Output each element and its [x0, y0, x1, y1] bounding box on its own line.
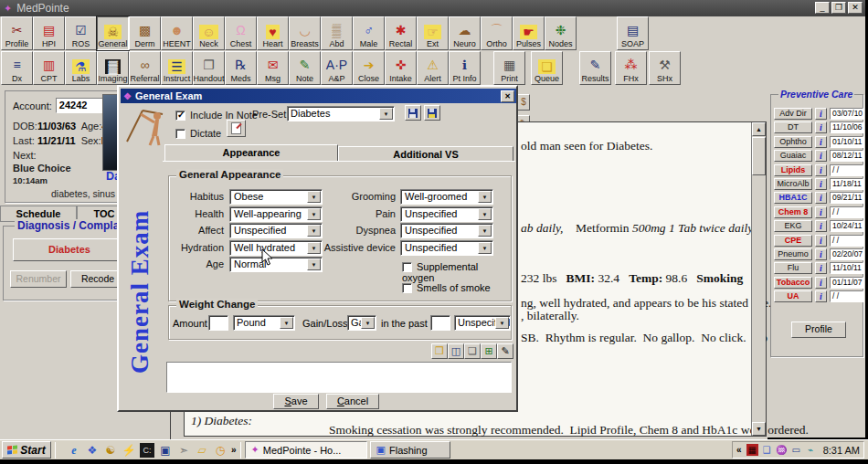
amount-input[interactable] — [208, 315, 228, 331]
tab-appearance[interactable]: Appearance — [164, 144, 338, 162]
open-button[interactable]: ❒ — [431, 343, 448, 359]
guaiac-info-button[interactable]: i — [815, 150, 827, 162]
dropdown-arrow-icon[interactable] — [478, 208, 492, 220]
dropdown-arrow-icon[interactable] — [478, 242, 492, 254]
dropdown-arrow-icon[interactable] — [280, 317, 293, 329]
neuro-button[interactable]: ☁ Neuro — [449, 16, 481, 50]
dropdown-arrow-icon[interactable] — [495, 317, 509, 329]
male-button[interactable]: ♂ Male — [353, 16, 385, 50]
ekg-date-field[interactable]: 10/24/11 — [830, 220, 863, 232]
scroll-thumb[interactable] — [752, 137, 766, 175]
tray-collapse-chevron[interactable]: « — [736, 445, 742, 455]
dropdown-arrow-icon[interactable] — [307, 258, 321, 270]
cpe-date-field[interactable]: / / — [830, 235, 863, 247]
scroll-up-button[interactable] — [752, 122, 766, 136]
include-in-note-checkbox[interactable] — [175, 111, 185, 121]
cpt-button[interactable]: ▥ CPT — [33, 51, 65, 85]
flashing-task-button[interactable]: ▣ Flashing — [370, 441, 450, 459]
minimize-button[interactable] — [815, 2, 830, 14]
smells-of-smoke-checkbox-row[interactable]: Smells of smoke — [402, 282, 491, 293]
flu-date-field[interactable]: 11/10/11 — [830, 262, 863, 274]
lipids-info-button[interactable]: i — [815, 164, 827, 176]
meds-button[interactable]: ℞ Meds — [225, 51, 257, 85]
preset-dropdown[interactable]: Diabetes — [287, 106, 395, 121]
fox-icon[interactable]: ⚡ — [122, 443, 136, 458]
ie-icon[interactable]: e — [67, 443, 81, 458]
queue-button[interactable]: ❏ Queue — [531, 51, 563, 85]
ophtho-info-button[interactable]: i — [815, 136, 827, 148]
lipids-date-field[interactable]: / / — [830, 164, 863, 176]
microalb-date-field[interactable]: 11/18/11 — [830, 178, 863, 190]
imaging-button[interactable]: ▓ Imaging — [97, 51, 129, 85]
intake-button[interactable]: ✜ Intake — [385, 51, 417, 85]
new-button[interactable]: ❏ — [464, 343, 481, 359]
cpe-button[interactable]: CPE — [774, 235, 812, 247]
maximize-button[interactable] — [831, 2, 846, 14]
ortho-button[interactable]: ⌒ Ortho — [481, 16, 513, 50]
cancel-button[interactable]: Cancel — [326, 394, 379, 409]
derm-button[interactable]: ▩ Derm — [129, 16, 161, 50]
save-preset-button[interactable] — [405, 105, 421, 121]
dt-date-field[interactable]: 11/10/06 — [830, 121, 863, 133]
tobacco-button[interactable]: Tobacco — [774, 277, 812, 289]
period-dropdown[interactable]: Unspecified — [454, 315, 511, 331]
adv-dir-button[interactable]: Adv Dir — [774, 108, 812, 120]
explorer-icon[interactable]: ❖ — [85, 443, 100, 458]
quick-launch-overflow[interactable]: » — [231, 445, 237, 455]
tab-additional-vs[interactable]: Additional VS — [338, 146, 513, 162]
heart-button[interactable]: ♥ Heart — [257, 16, 289, 50]
microalb-info-button[interactable]: i — [815, 178, 827, 190]
pneumo-date-field[interactable]: 02/20/07 — [830, 248, 863, 260]
profile-button[interactable]: ✂ Profile — [1, 16, 33, 50]
ekg-button[interactable]: EKG — [774, 220, 812, 232]
assistive-device-dropdown[interactable]: Unspecified — [400, 240, 493, 256]
chest-button[interactable]: Ω Chest — [225, 16, 257, 50]
save-preset-as-button[interactable] — [424, 105, 440, 121]
ophtho-button[interactable]: Ophtho — [774, 136, 812, 148]
renumber-button[interactable]: Renumber — [10, 270, 67, 288]
doc-icon[interactable]: ▣ — [158, 443, 173, 458]
preventive-profile-button[interactable]: Profile — [791, 322, 846, 338]
supplemental-oxygen-checkbox-row[interactable]: Supplemental oxygen — [402, 261, 511, 283]
rectal-button[interactable]: ✱ Rectal — [385, 16, 417, 50]
cmd-icon[interactable]: C: — [140, 443, 154, 458]
pt-info-button[interactable]: ℹ Pt Info — [449, 51, 481, 85]
pulses-button[interactable]: ☛ Pulses — [513, 16, 545, 50]
age-dropdown[interactable]: Normal — [229, 257, 323, 272]
lipids-button[interactable]: Lipids — [774, 164, 812, 176]
dt-button[interactable]: DT — [774, 121, 812, 133]
breasts-button[interactable]: ◡ Breasts — [289, 16, 321, 50]
guaiac-date-field[interactable]: 08/12/11 — [830, 150, 863, 162]
start-button[interactable]: Start — [2, 441, 51, 459]
dialog-titlebar[interactable]: ❖ General Exam ✕ — [121, 89, 516, 103]
pen-button[interactable]: ✎ — [497, 343, 513, 359]
grooming-dropdown[interactable]: Well-groomed — [400, 189, 493, 205]
save-button[interactable]: ◫ — [448, 343, 464, 359]
soap-button[interactable]: ▤ SOAP — [617, 16, 649, 50]
ekg-info-button[interactable]: i — [815, 220, 827, 232]
chem-8-info-button[interactable]: i — [815, 206, 827, 218]
flu-info-button[interactable]: i — [815, 262, 827, 274]
results-button[interactable]: ✎ Results — [579, 51, 611, 85]
chem-8-button[interactable]: Chem 8 — [774, 206, 812, 218]
save-button[interactable]: Save — [273, 394, 319, 409]
period-input[interactable] — [430, 315, 450, 331]
referral-button[interactable]: ∞ Referral — [129, 51, 161, 85]
wireless-tray-icon[interactable]: ♒ — [776, 444, 788, 456]
pain-dropdown[interactable]: Unspecified — [400, 206, 493, 222]
heent-button[interactable]: ☻ HEENT — [161, 16, 193, 50]
alert-button[interactable]: ⚠ Alert — [417, 51, 449, 85]
insert-button[interactable]: ⊞ — [481, 343, 497, 359]
labs-button[interactable]: ⚗ Labs — [65, 51, 97, 85]
network-tray-icon[interactable]: ❑ — [761, 444, 773, 456]
fhx-button[interactable]: ⁂ FHx — [615, 51, 647, 85]
ua-button[interactable]: UA — [774, 290, 812, 302]
folder-icon[interactable]: ▱ — [195, 443, 209, 458]
handout-button[interactable]: ❐ Handout — [193, 51, 225, 85]
print-button[interactable]: ▦ Print — [493, 51, 525, 85]
adv-dir-info-button[interactable]: i — [815, 108, 827, 120]
ophtho-date-field[interactable]: 01/10/11 — [830, 136, 863, 148]
scroll-down-button[interactable] — [752, 422, 766, 436]
ros-button[interactable]: ☑ ROS — [65, 16, 97, 50]
ua-date-field[interactable]: / / — [830, 290, 863, 302]
